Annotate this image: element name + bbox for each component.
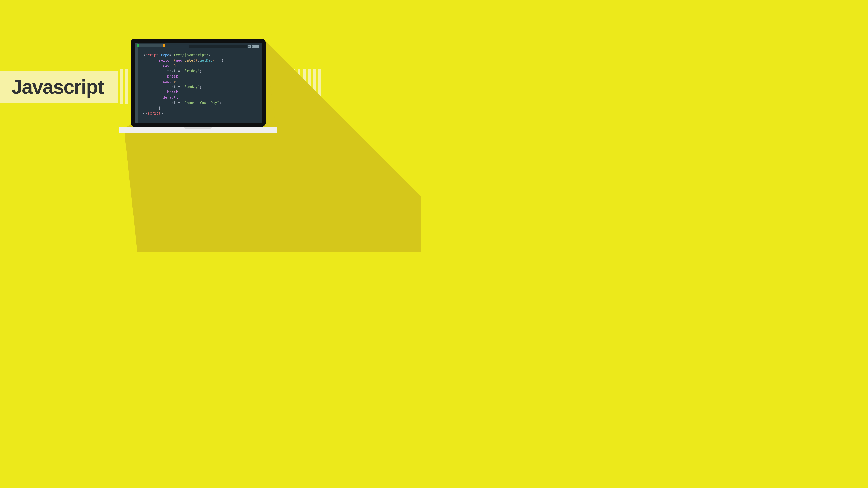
active-tab (137, 44, 165, 46)
page-title: Javascript (0, 71, 118, 103)
editor-gutter (135, 43, 138, 123)
tab-indicator-orange-icon (163, 44, 165, 46)
illustration-stage: Javascript — ❐ x <script typ (0, 0, 326, 183)
stripe (313, 69, 316, 104)
stripe (277, 69, 280, 104)
stripe (308, 69, 311, 104)
address-bar (189, 45, 247, 48)
stripe (292, 69, 296, 104)
laptop-base (119, 127, 277, 134)
stripe (287, 69, 290, 104)
stripe (125, 69, 128, 104)
stripe (282, 69, 285, 104)
window-minimize-icon: — (248, 45, 251, 48)
stripe (120, 69, 123, 104)
stripe (318, 69, 321, 104)
stripe (267, 69, 270, 104)
editor-tab-row: — ❐ x (135, 44, 261, 46)
window-close-icon: x (255, 45, 258, 48)
stripe (272, 69, 275, 104)
stripe (303, 69, 306, 104)
code-editor-screen: — ❐ x <script type="text/javascript"> sw… (135, 43, 261, 123)
laptop-screen-frame: — ❐ x <script type="text/javascript"> sw… (130, 38, 266, 127)
tab-indicator-green-icon (137, 44, 139, 46)
window-maximize-icon: ❐ (252, 45, 255, 48)
code-block: <script type="text/javascript"> switch (… (143, 53, 259, 116)
stripe (298, 69, 301, 104)
decorative-stripes-right (267, 69, 321, 104)
title-band: Javascript (0, 71, 118, 103)
